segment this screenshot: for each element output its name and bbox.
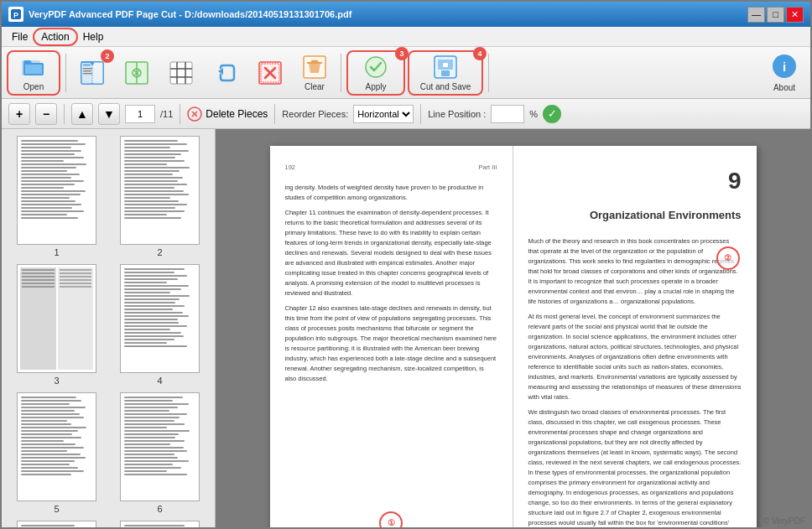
nav-sep3: [274, 104, 275, 124]
menu-file[interactable]: File: [5, 29, 34, 44]
thumb-img-4: [120, 264, 200, 373]
delete-pieces-icon: [187, 106, 202, 122]
reorder-select[interactable]: Horizontal Vertical: [353, 105, 414, 123]
about-button[interactable]: i About: [763, 50, 805, 96]
open-icon: [20, 54, 47, 80]
thumb-num-6: 6: [157, 504, 162, 514]
nav-sep4: [420, 104, 421, 124]
book-spread: 192 Part III ing density. Models of weig…: [270, 146, 757, 527]
apply-icon: [362, 54, 389, 80]
thumb-item-5[interactable]: 5: [8, 392, 105, 514]
page-right: 9 Organizational Environments Much of th…: [513, 146, 757, 527]
zoom-in-icon: +: [16, 107, 23, 121]
confirm-button[interactable]: ✓: [543, 105, 561, 123]
sep2: [341, 54, 341, 92]
thumb-img-5: [17, 392, 96, 501]
left-para-0: ing density. Models of weighted density …: [285, 183, 497, 203]
svg-rect-8: [83, 64, 91, 66]
menu-bar: File Action Help: [2, 27, 810, 47]
zoom-in-button[interactable]: +: [8, 103, 30, 125]
menu-action[interactable]: Action: [34, 29, 75, 44]
cut-page-icon: [79, 60, 106, 86]
svg-rect-34: [441, 70, 450, 76]
thumb-num-5: 5: [54, 504, 59, 514]
page-left: 192 Part III ing density. Models of weig…: [270, 146, 513, 527]
right-para-2: We distinguish two broad classes of envi…: [528, 407, 742, 527]
thumbnail-list[interactable]: 1: [2, 129, 215, 527]
cutsave-num: 4: [473, 47, 487, 60]
zoom-out-icon: −: [43, 107, 49, 121]
maximize-button[interactable]: □: [767, 7, 784, 23]
thumb-item-3[interactable]: 3: [8, 264, 105, 386]
page-up-button[interactable]: ▲: [71, 103, 93, 125]
cut-save-button[interactable]: Cut and Save 4: [408, 50, 483, 96]
thumb-item-8[interactable]: 8: [112, 521, 208, 527]
apply-num: 3: [395, 47, 409, 60]
thumb-num-2: 2: [157, 247, 162, 257]
svg-rect-18: [170, 62, 192, 84]
grid-button[interactable]: [160, 50, 202, 96]
svg-rect-7: [92, 62, 103, 84]
page-down-button[interactable]: ▼: [98, 103, 120, 125]
watermark: © VeryPDF: [763, 516, 805, 526]
line-position-input[interactable]: [491, 105, 524, 123]
thumb-item-4[interactable]: 4: [112, 264, 208, 386]
thumb-img-7: [17, 521, 96, 527]
remove-button[interactable]: [249, 50, 291, 96]
window-title: VeryPDF Advanced PDF Page Cut - D:/downl…: [29, 9, 747, 19]
left-para-2: Chapter 12 also examines late-stage decl…: [285, 303, 497, 384]
cut-page-button[interactable]: 2: [71, 50, 113, 96]
chapter-num: 9: [528, 163, 742, 200]
green-cut-icon: [123, 60, 150, 86]
thumb-img-6: [120, 392, 200, 501]
open-button[interactable]: Open: [7, 50, 60, 96]
right-para-0: Much of the theory and research in this …: [528, 236, 742, 307]
apply-button[interactable]: Apply 3: [346, 50, 405, 96]
undo-icon: [212, 60, 239, 86]
svg-rect-35: [443, 63, 448, 67]
green-cut-button[interactable]: [116, 50, 158, 96]
page-total-label: /11: [160, 109, 173, 119]
thumb-lines-1: [21, 140, 92, 220]
page-left-section: Part III: [478, 163, 497, 173]
line-position-label: Line Position :: [428, 109, 486, 119]
sep3: [488, 54, 489, 92]
down-arrow-icon: ▼: [103, 107, 115, 121]
about-label: About: [773, 83, 795, 92]
up-arrow-icon: ▲: [76, 107, 88, 121]
thumb-lines-4: [124, 268, 195, 349]
delete-pieces-button[interactable]: Delete Pieces: [187, 106, 268, 122]
thumb-item-1[interactable]: 1: [8, 136, 105, 257]
remove-icon: [257, 60, 284, 86]
main-area: 1: [2, 129, 810, 527]
thumb-img-2: [120, 136, 200, 245]
zoom-out-button[interactable]: −: [35, 103, 57, 125]
title-bar: P VeryPDF Advanced PDF Page Cut - D:/dow…: [2, 2, 810, 27]
clear-label: Clear: [304, 82, 325, 91]
thumb-num-3: 3: [54, 376, 59, 386]
page-left-header: 192 Part III: [285, 163, 497, 173]
minimize-button[interactable]: —: [747, 7, 765, 23]
annotation-circle-2: ②: [716, 246, 740, 270]
page-number-input[interactable]: [125, 105, 155, 123]
thumb-item-7[interactable]: 7: [8, 521, 105, 527]
svg-text:P: P: [13, 11, 18, 19]
thumb-num-4: 4: [157, 376, 162, 386]
pdf-viewer[interactable]: 192 Part III ing density. Models of weig…: [216, 129, 810, 527]
main-window: P VeryPDF Advanced PDF Page Cut - D:/dow…: [0, 0, 812, 529]
thumb-img-1: [17, 136, 96, 245]
thumb-item-2[interactable]: 2: [112, 136, 208, 257]
undo-button[interactable]: [205, 50, 247, 96]
reorder-label: Reorder Pieces:: [282, 109, 348, 119]
close-button[interactable]: ✕: [786, 7, 804, 23]
thumb-item-6[interactable]: 6: [112, 392, 208, 514]
thumb-lines-6: [124, 397, 195, 477]
left-para-1: Chapter 11 continues the examination of …: [285, 208, 497, 298]
nav-toolbar: + − ▲ ▼ /11 Delete Pieces Reorder Pieces…: [2, 99, 810, 129]
page-left-num: 192: [285, 163, 296, 173]
nav-sep2: [180, 104, 180, 124]
chapter-title: Organizational Environments: [528, 207, 742, 225]
nav-sep1: [64, 104, 65, 124]
menu-help[interactable]: Help: [76, 29, 111, 44]
clear-button[interactable]: Clear: [294, 50, 336, 96]
